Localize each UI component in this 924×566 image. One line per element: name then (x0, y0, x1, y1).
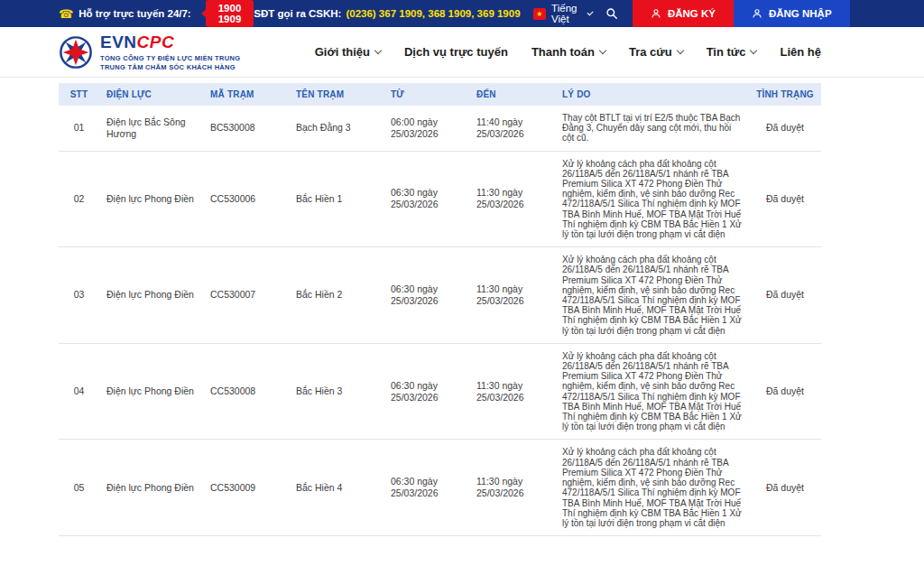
nav-thanh-toan[interactable]: Thanh toán (531, 45, 605, 59)
cell-den: 11:30 ngày 25/03/2026 (469, 247, 555, 344)
nav-gioi-thieu[interactable]: Giới thiệu (315, 45, 381, 59)
cell-dien-luc: Điện lực Phong Điền (99, 151, 203, 247)
col-header-ma-tram: MÃ TRẠM (203, 83, 289, 106)
cell-dien-luc: Điện lực Phong Điền (99, 440, 203, 536)
language-label: Tiếng Việt (551, 3, 583, 24)
table-row: 03 Điện lực Phong Điền CC530007 Bắc Hiền… (59, 247, 821, 344)
cell-den: 11:30 ngày 25/03/2026 (469, 151, 555, 247)
chevron-down-icon (374, 47, 382, 54)
cell-tinh-trang: Đã duyệt (749, 247, 821, 344)
vietnam-flag-icon: ★ (533, 8, 547, 20)
col-header-den: ĐẾN (469, 83, 555, 106)
table-row: 05 Điện lực Phong Điền CC530009 Bắc Hiền… (59, 440, 821, 536)
cell-tu: 06:00 ngày 25/03/2026 (383, 106, 469, 151)
outage-table: STT ĐIỆN LỰC MÃ TRẠM TÊN TRẠM TỪ ĐẾN LÝ … (59, 83, 821, 536)
search-button[interactable] (605, 7, 618, 20)
cell-ly-do: Thay cột BTLT tại vị trí E2/5 thuộc TBA … (555, 106, 749, 151)
cell-ma-tram: BC530008 (203, 106, 289, 151)
cell-den: 11:30 ngày 25/03/2026 (469, 343, 555, 440)
nav-tra-cuu[interactable]: Tra cứu (629, 45, 683, 59)
person-icon (651, 8, 661, 19)
cskh-phone-numbers: (0236) 367 1909, 368 1909, 369 1909 (346, 8, 520, 19)
cell-tinh-trang: Đã duyệt (749, 151, 821, 247)
cell-ma-tram: CC530006 (203, 151, 289, 247)
cell-ma-tram: CC530007 (203, 247, 289, 344)
language-selector[interactable]: Tiếng Việt (551, 3, 593, 24)
cell-den: 11:30 ngày 25/03/2026 (469, 440, 555, 536)
cell-stt: 03 (59, 247, 99, 344)
table-row: 04 Điện lực Phong Điền CC530008 Bắc Hiền… (59, 343, 821, 440)
brand-evn: EVN (100, 32, 137, 51)
chevron-down-icon (587, 9, 594, 15)
search-icon (605, 7, 618, 20)
cell-tu: 06:30 ngày 25/03/2026 (383, 247, 469, 344)
col-header-ten-tram: TÊN TRẠM (289, 83, 383, 106)
cell-ten-tram: Bắc Hiền 2 (289, 247, 383, 344)
cell-den: 11:40 ngày 25/03/2026 (469, 106, 555, 151)
cell-stt: 05 (59, 440, 99, 536)
nav-lien-he[interactable]: Liên hệ (780, 45, 821, 59)
cell-stt: 04 (59, 343, 99, 440)
main-header: EVNCPC TỔNG CÔNG TY ĐIỆN LỰC MIỀN TRUNG … (0, 27, 924, 78)
table-row: 02 Điện lực Phong Điền CC530006 Bắc Hiền… (59, 151, 821, 247)
login-button[interactable]: ĐĂNG NHẬP (734, 0, 850, 27)
org-line-2: TRUNG TÂM CHĂM SÓC KHÁCH HÀNG (100, 63, 240, 72)
cskh-label: SĐT gọi ra CSKH: (254, 8, 341, 19)
cell-ly-do: Xử lý khoảng cách pha đất khoảng cột 26/… (555, 343, 749, 440)
register-label: ĐĂNG KÝ (668, 8, 716, 19)
cell-tinh-trang: Đã duyệt (749, 106, 821, 151)
table-row: 01 Điện lực Bắc Sông Hương BC530008 Bạch… (59, 106, 821, 151)
table-header-row: STT ĐIỆN LỰC MÃ TRẠM TÊN TRẠM TỪ ĐẾN LÝ … (59, 83, 821, 106)
cell-dien-luc: Điện lực Phong Điền (99, 247, 203, 344)
outage-table-container: STT ĐIỆN LỰC MÃ TRẠM TÊN TRẠM TỪ ĐẾN LÝ … (59, 83, 821, 536)
cell-tinh-trang: Đã duyệt (749, 440, 821, 536)
cell-tu: 06:30 ngày 25/03/2026 (383, 440, 469, 536)
nav-dich-vu-truc-tuyen[interactable]: Dịch vụ trực tuyến (404, 45, 508, 59)
col-header-tinh-trang: TÌNH TRẠNG (749, 83, 821, 106)
cell-ly-do: Xử lý khoảng cách pha đất khoảng cột 26/… (555, 247, 749, 344)
col-header-stt: STT (59, 83, 99, 106)
evn-star-logo-icon (59, 35, 93, 70)
cell-dien-luc: Điện lực Phong Điền (99, 343, 203, 440)
cell-tinh-trang: Đã duyệt (749, 343, 821, 440)
cell-ma-tram: CC530008 (203, 343, 289, 440)
nav-tin-tuc[interactable]: Tin tức (707, 45, 757, 59)
cell-ten-tram: Bắc Hiền 1 (289, 151, 383, 247)
cell-dien-luc: Điện lực Bắc Sông Hương (99, 106, 203, 151)
main-nav: Giới thiệu Dịch vụ trực tuyến Thanh toán… (315, 45, 821, 59)
hotline-badge[interactable]: 1900 1909 (206, 0, 254, 27)
cell-ly-do: Xử lý khoảng cách pha đất khoảng cột 26/… (555, 151, 749, 247)
cell-ten-tram: Bắc Hiền 3 (289, 343, 383, 440)
phone-icon: ☎ (59, 7, 73, 21)
cell-ten-tram: Bạch Đằng 3 (289, 106, 383, 151)
cell-stt: 01 (59, 106, 99, 151)
person-icon (752, 8, 762, 19)
org-line-1: TỔNG CÔNG TY ĐIỆN LỰC MIỀN TRUNG (100, 54, 240, 63)
chevron-down-icon (599, 47, 606, 54)
cell-tu: 06:30 ngày 25/03/2026 (383, 343, 469, 440)
cell-tu: 06:30 ngày 25/03/2026 (383, 151, 469, 247)
cell-stt: 02 (59, 151, 99, 247)
cell-ma-tram: CC530009 (203, 440, 289, 536)
col-header-dien-luc: ĐIỆN LỰC (99, 83, 203, 106)
col-header-tu: TỪ (383, 83, 469, 106)
top-utility-bar: ☎ Hỗ trợ trực tuyến 24/7: 1900 1909 SĐT … (0, 0, 924, 27)
cell-ten-tram: Bắc Hiền 4 (289, 440, 383, 536)
chevron-down-icon (676, 47, 683, 54)
support-label: Hỗ trợ trực tuyến 24/7: (79, 8, 191, 19)
brand-cpc: CPC (137, 32, 175, 51)
evncpc-logo[interactable]: EVNCPC TỔNG CÔNG TY ĐIỆN LỰC MIỀN TRUNG … (59, 32, 240, 72)
col-header-ly-do: LÝ DO (555, 83, 749, 106)
chevron-down-icon (750, 47, 757, 54)
register-button[interactable]: ĐĂNG KÝ (633, 0, 734, 27)
outage-table-body: 01 Điện lực Bắc Sông Hương BC530008 Bạch… (59, 106, 821, 536)
login-label: ĐĂNG NHẬP (769, 8, 832, 19)
cell-ly-do: Xử lý khoảng cách pha đất khoảng cột 26/… (555, 440, 749, 536)
brand-name: EVNCPC (100, 32, 240, 52)
